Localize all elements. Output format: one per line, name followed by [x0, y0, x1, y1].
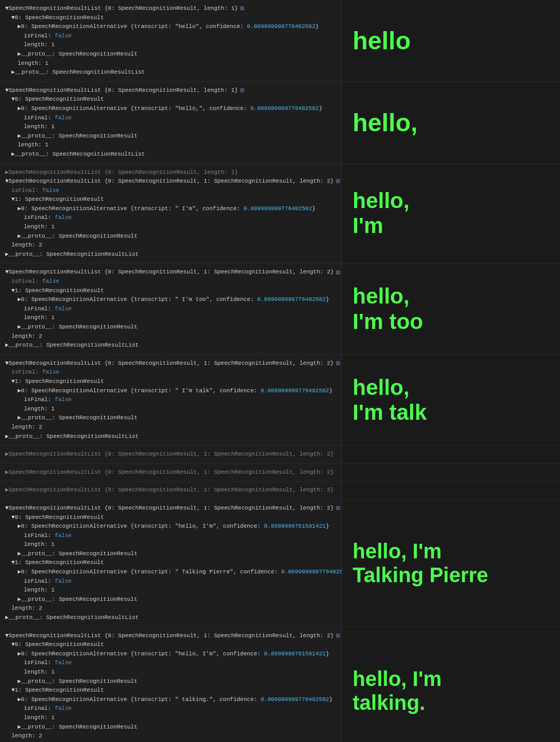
code-line: length: 2: [5, 332, 337, 341]
code-line: length: 2: [5, 732, 337, 741]
result-row-row4: ▼SpeechRecognitionResultList {0: SpeechR…: [0, 264, 560, 354]
code-line: ▶__proto__: SpeechRecognitionResultList: [5, 613, 337, 623]
code-line: ▼1: SpeechRecognitionResult: [5, 686, 337, 695]
code-line: ▶0: SpeechRecognitionAlternative {transc…: [5, 568, 337, 577]
code-line: length: 1: [5, 668, 337, 677]
result-row-row5: ▼SpeechRecognitionResultList {0: SpeechR…: [0, 355, 560, 446]
result-row-row6_collapsed1: ▶SpeechRecognitionResultList {0: SpeechR…: [0, 446, 560, 464]
code-line: ▶__proto__: SpeechRecognitionResult: [5, 232, 337, 241]
code-panel-row6_collapsed2: ▶SpeechRecognitionResultList {0: SpeechR…: [0, 464, 342, 482]
result-row-row1: ▼SpeechRecognitionResultList {0: SpeechR…: [0, 0, 560, 82]
code-panel-row2: ▼SpeechRecognitionResultList {0: SpeechR…: [0, 82, 342, 163]
code-line: isFinal: false: [5, 186, 337, 196]
code-panel-row3: ▶SpeechRecognitionResultList {0: SpeechR…: [0, 164, 342, 264]
code-line: length: 1: [5, 141, 337, 150]
code-line: isFinal: false: [5, 213, 337, 223]
code-line: ▶0: SpeechRecognitionAlternative {transc…: [5, 650, 337, 659]
code-line: ▶__proto__: SpeechRecognitionResultList: [5, 68, 337, 77]
code-panel-row6_collapsed3: ▶SpeechRecognitionResultList {0: SpeechR…: [0, 482, 342, 499]
code-line: isFinal: false: [5, 577, 337, 586]
code-line: ▶0: SpeechRecognitionAlternative {transc…: [5, 22, 337, 32]
transcript-panel-row1: hello: [342, 0, 560, 81]
code-line: isFinal: false: [5, 277, 337, 286]
code-line: ▼SpeechRecognitionResultList {0: SpeechR…: [5, 177, 337, 186]
code-line: length: 2: [5, 604, 337, 613]
code-line: isFinal: false: [5, 32, 337, 41]
code-line: ▶__proto__: SpeechRecognitionResultList: [5, 250, 337, 259]
code-line: ▼SpeechRecognitionResultList {0: SpeechR…: [5, 504, 337, 513]
code-line: ▶0: SpeechRecognitionAlternative {transc…: [5, 104, 337, 114]
code-line: ▼0: SpeechRecognitionResult: [5, 95, 337, 104]
code-line: length: 2: [5, 423, 337, 432]
transcript-text: hello: [353, 26, 411, 55]
code-line: length: 1: [5, 313, 337, 323]
code-line: ▶__proto__: SpeechRecognitionResult: [5, 132, 337, 141]
code-line: ▼SpeechRecognitionResultList {0: SpeechR…: [5, 268, 337, 277]
transcript-text: hello, I'mtalking.: [353, 667, 442, 714]
code-line: length: 1: [5, 586, 337, 595]
code-line: ▼1: SpeechRecognitionResult: [5, 558, 337, 568]
code-line: length: 1: [5, 59, 337, 68]
code-panel-row8: ▼SpeechRecognitionResultList {0: SpeechR…: [0, 627, 342, 742]
code-line: ▶0: SpeechRecognitionAlternative {transc…: [5, 204, 337, 214]
code-panel-row1: ▼SpeechRecognitionResultList {0: SpeechR…: [0, 0, 342, 81]
code-line: isFinal: false: [5, 114, 337, 123]
code-line: ▶__proto__: SpeechRecognitionResult: [5, 595, 337, 604]
code-line: ▶__proto__: SpeechRecognitionResultList: [5, 432, 337, 442]
code-line: length: 2: [5, 241, 337, 250]
code-line: ▶__proto__: SpeechRecognitionResult: [5, 549, 337, 559]
small-square-icon: [336, 361, 340, 365]
transcript-text: hello, I'mTalking Pierre: [353, 539, 488, 587]
small-square-icon: [336, 270, 340, 274]
code-line: length: 1: [5, 223, 337, 232]
code-line: ▶0: SpeechRecognitionAlternative {transc…: [5, 295, 337, 305]
code-line: isFinal: false: [5, 395, 337, 405]
code-line: isFinal: false: [5, 305, 337, 314]
code-line: ▼0: SpeechRecognitionResult: [5, 513, 337, 523]
code-line: ▼SpeechRecognitionResultList {0: SpeechR…: [5, 631, 337, 641]
code-line: ▶SpeechRecognitionResultList {0: SpeechR…: [5, 486, 337, 495]
small-square-icon: [240, 6, 244, 10]
code-line: ▶__proto__: SpeechRecognitionResult: [5, 677, 337, 686]
transcript-text: hello,I'm talk: [353, 375, 427, 425]
code-panel-row6_collapsed1: ▶SpeechRecognitionResultList {0: SpeechR…: [0, 446, 342, 463]
code-line: isFinal: false: [5, 368, 337, 377]
code-line: ▶SpeechRecognitionResultList {0: SpeechR…: [5, 168, 337, 177]
code-line: ▼1: SpeechRecognitionResult: [5, 195, 337, 204]
code-line: length: 1: [5, 540, 337, 549]
code-panel-row7: ▼SpeechRecognitionResultList {0: SpeechR…: [0, 500, 342, 627]
code-line: length: 1: [5, 405, 337, 414]
transcript-text: hello,I'm: [353, 188, 410, 239]
code-panel-row5: ▼SpeechRecognitionResultList {0: SpeechR…: [0, 355, 342, 445]
code-panel-row4: ▼SpeechRecognitionResultList {0: SpeechR…: [0, 264, 342, 354]
code-line: length: 1: [5, 122, 337, 132]
code-line: isFinal: false: [5, 658, 337, 668]
code-line: ▶__proto__: SpeechRecognitionResult: [5, 414, 337, 423]
result-row-row6_collapsed2: ▶SpeechRecognitionResultList {0: SpeechR…: [0, 464, 560, 482]
code-line: ▶__proto__: SpeechRecognitionResultList: [5, 150, 337, 159]
transcript-panel-row6_collapsed1: [342, 446, 560, 463]
code-line: isFinal: false: [5, 704, 337, 713]
code-line: ▼1: SpeechRecognitionResult: [5, 377, 337, 387]
code-line: ▶__proto__: SpeechRecognitionResult: [5, 323, 337, 332]
code-line: ▶0: SpeechRecognitionAlternative {transc…: [5, 387, 337, 396]
transcript-text: hello,: [353, 108, 417, 137]
code-line: ▼SpeechRecognitionResultList {0: SpeechR…: [5, 4, 337, 13]
code-line: ▶SpeechRecognitionResultList {0: SpeechR…: [5, 468, 337, 477]
result-row-row2: ▼SpeechRecognitionResultList {0: SpeechR…: [0, 82, 560, 164]
transcript-panel-row4: hello,I'm too: [342, 264, 560, 354]
transcript-panel-row8: hello, I'mtalking.: [342, 627, 560, 742]
result-row-row6_collapsed3: ▶SpeechRecognitionResultList {0: SpeechR…: [0, 482, 560, 500]
code-line: ▼1: SpeechRecognitionResult: [5, 286, 337, 296]
small-square-icon: [336, 634, 340, 638]
result-row-row7: ▼SpeechRecognitionResultList {0: SpeechR…: [0, 500, 560, 627]
code-line: ▶SpeechRecognitionResultList {0: SpeechR…: [5, 450, 337, 459]
code-line: ▶__proto__: SpeechRecognitionResult: [5, 723, 337, 732]
code-line: ▶__proto__: SpeechRecognitionResultList: [5, 341, 337, 350]
result-row-row8: ▼SpeechRecognitionResultList {0: SpeechR…: [0, 627, 560, 742]
transcript-text: hello,I'm too: [353, 284, 423, 334]
transcript-panel-row6_collapsed3: [342, 482, 560, 499]
result-row-row3: ▶SpeechRecognitionResultList {0: SpeechR…: [0, 164, 560, 264]
transcript-panel-row5: hello,I'm talk: [342, 355, 560, 445]
code-line: ▼SpeechRecognitionResultList {0: SpeechR…: [5, 86, 337, 95]
